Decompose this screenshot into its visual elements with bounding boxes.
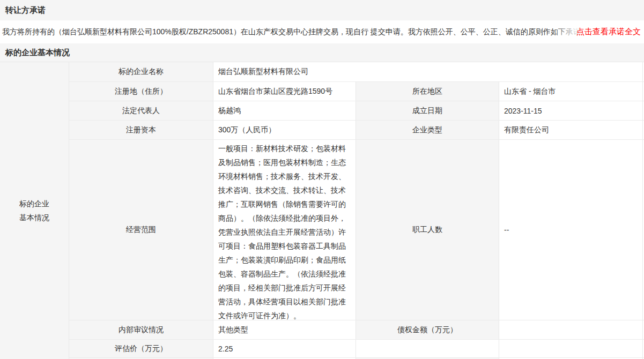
table-row-review-debt: 内部审议情况 其他类型 债权金额（万元） xyxy=(69,320,644,340)
value-appraised-price: 2.25 xyxy=(213,340,356,357)
value-established-date: 2023-11-15 xyxy=(499,101,643,120)
table-row-legal-rep-date: 法定代表人 杨越鸿 成立日期 2023-11-15 xyxy=(69,101,644,121)
value-registered-address: 山东省烟台市莱山区霞光路1590号 xyxy=(213,82,356,101)
value-empty-cell xyxy=(499,340,643,357)
table-row-company-name: 标的企业名称 烟台弘顺新型材料有限公司 xyxy=(69,62,644,82)
label-region: 所在地区 xyxy=(356,82,499,101)
label-debt-amount: 债权金额（万元） xyxy=(356,320,499,339)
rowgroup-label-line1: 标的企业 xyxy=(19,197,49,211)
label-enterprise-type: 企业类型 xyxy=(356,121,499,139)
commitment-row: 我方将所持有的（烟台弘顺新型材料有限公司100%股权/ZBZR250081）在山… xyxy=(0,20,644,43)
view-full-commitment-link[interactable]: 点击查看承诺全文 xyxy=(551,20,641,43)
table-row-address-region: 注册地（住所） 山东省烟台市莱山区霞光路1590号 所在地区 山东省 - 烟台市 xyxy=(69,82,644,101)
value-enterprise-type: 有限责任公司 xyxy=(499,121,643,139)
label-employee-count: 职工人数 xyxy=(356,140,499,320)
section-header-basic-info: 标的企业基本情况 xyxy=(0,43,644,62)
table-row-appraised-price: 评估价（万元） 2.25 xyxy=(69,340,644,358)
value-debt-amount xyxy=(499,320,643,339)
label-registered-capital: 注册资本 xyxy=(69,121,213,139)
business-scope-text: 一般项目：新材料技术研发；包装材料及制品销售；医用包装材料制造；生态环境材料销售… xyxy=(218,141,351,320)
value-region: 山东省 - 烟台市 xyxy=(499,82,643,101)
rowgroup-label-line2: 基本情况 xyxy=(19,211,49,225)
label-legal-representative: 法定代表人 xyxy=(69,101,213,120)
value-business-scope: 一般项目：新材料技术研发；包装材料及制品销售；医用包装材料制造；生态环境材料销售… xyxy=(213,140,356,320)
label-registered-address: 注册地（住所） xyxy=(69,82,213,101)
value-registered-capital: 300万（人民币） xyxy=(213,121,356,139)
label-business-scope: 经营范围 xyxy=(69,140,213,320)
rowgroup-label-basic-info: 标的企业 基本情况 xyxy=(0,62,69,359)
commitment-statement: 我方将所持有的（烟台弘顺新型材料有限公司100%股权/ZBZR250081）在山… xyxy=(2,27,588,37)
table-row-capital-type: 注册资本 300万（人民币） 企业类型 有限责任公司 xyxy=(69,121,644,140)
section-header-transferor-commitment: 转让方承诺 xyxy=(0,0,644,20)
value-company-name: 烟台弘顺新型材料有限公司 xyxy=(213,62,643,81)
label-appraised-price: 评估价（万元） xyxy=(69,340,213,357)
label-empty-cell xyxy=(356,340,499,357)
value-employee-count: -- xyxy=(499,140,643,320)
value-legal-representative: 杨越鸿 xyxy=(213,101,356,120)
label-established-date: 成立日期 xyxy=(356,101,499,120)
value-internal-review: 其他类型 xyxy=(213,320,356,339)
label-company-name: 标的企业名称 xyxy=(69,62,213,81)
table-row-business-scope: 经营范围 一般项目：新材料技术研发；包装材料及制品销售；医用包装材料制造；生态环… xyxy=(69,140,644,320)
basic-info-table: 标的企业 基本情况 标的企业名称 烟台弘顺新型材料有限公司 注册地（住所） 山东… xyxy=(0,62,644,359)
label-internal-review: 内部审议情况 xyxy=(69,320,213,339)
